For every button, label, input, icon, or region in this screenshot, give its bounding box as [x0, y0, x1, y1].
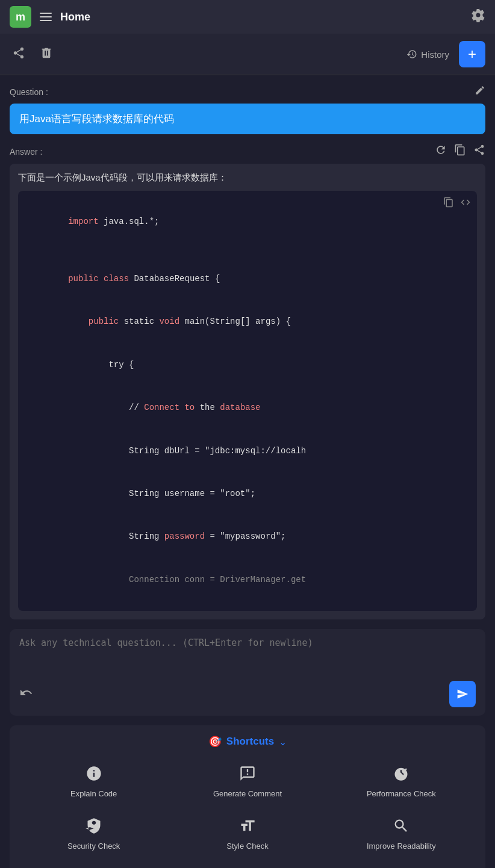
shortcut-performance-check[interactable]: Performance Check: [327, 760, 476, 803]
hamburger-icon[interactable]: [40, 13, 52, 21]
security-check-icon: [86, 817, 102, 838]
shortcut-security-check[interactable]: Security Check: [19, 813, 168, 855]
question-box: 用Java语言写段请求数据库的代码: [10, 104, 485, 134]
send-button[interactable]: [449, 681, 476, 707]
input-area: [10, 629, 485, 716]
history-button[interactable]: History: [406, 49, 449, 60]
answer-actions: [435, 144, 485, 159]
chevron-down-icon: ⌄: [279, 736, 287, 748]
code-line-2: public class DatabaseRequest {: [28, 258, 467, 300]
improve-readability-label: Improve Readability: [367, 842, 436, 851]
security-check-label: Security Check: [67, 842, 120, 851]
performance-check-icon: [393, 765, 409, 786]
shortcuts-section: 🎯 Shortcuts ⌄ Explain Code: [10, 725, 485, 868]
view-code-button[interactable]: [460, 197, 471, 210]
code-line-blank: [28, 243, 467, 258]
regenerate-button[interactable]: [435, 144, 447, 159]
code-block: import java.sql.*; public class Database…: [18, 191, 477, 611]
shortcut-explain-code[interactable]: Explain Code: [19, 760, 168, 803]
shortcut-clean-code[interactable]: Clean Code: [19, 865, 168, 868]
code-line-9: Connection conn = DriverManager.get: [28, 559, 467, 601]
code-line-6: String dbUrl = "jdbc:mysql://localh: [28, 430, 467, 473]
improve-readability-icon: [393, 817, 409, 838]
code-line-1: import java.sql.*;: [28, 200, 467, 243]
main-content: Question : 用Java语言写段请求数据库的代码 Answer :: [0, 75, 495, 868]
answer-label: Answer :: [10, 147, 42, 157]
share-answer-button[interactable]: [473, 144, 485, 159]
shortcuts-header[interactable]: 🎯 Shortcuts ⌄: [19, 735, 476, 748]
answer-box: 下面是一个示例Java代码段，可以用来请求数据库： import java.sq…: [10, 164, 485, 619]
code-line-4: try {: [28, 344, 467, 386]
shortcut-generate-comment[interactable]: Generate Comment: [173, 760, 322, 803]
generate-comment-icon: [239, 765, 256, 786]
explain-code-icon: [86, 765, 102, 786]
style-check-icon: [239, 817, 256, 838]
style-check-label: Style Check: [226, 842, 268, 851]
history-label: History: [421, 49, 449, 60]
toolbar: History +: [0, 34, 495, 75]
input-bottom: [19, 681, 476, 707]
shortcut-improve-readability[interactable]: Improve Readability: [327, 813, 476, 855]
shortcut-style-check[interactable]: Style Check: [173, 813, 322, 855]
copy-code-button[interactable]: [443, 197, 454, 210]
new-chat-button[interactable]: +: [459, 41, 485, 67]
explain-code-label: Explain Code: [70, 789, 117, 798]
answer-section-header: Answer :: [10, 144, 485, 159]
code-line-8: String password = "mypassword";: [28, 516, 467, 559]
shortcuts-grid: Explain Code Generate Comment Performanc…: [19, 760, 476, 868]
generate-comment-label: Generate Comment: [213, 789, 282, 798]
question-input[interactable]: [19, 637, 476, 674]
avatar: m: [10, 6, 31, 28]
shortcuts-icon: 🎯: [208, 735, 222, 748]
page-title: Home: [60, 11, 462, 23]
performance-check-label: Performance Check: [367, 789, 436, 798]
question-text: 用Java语言写段请求数据库的代码: [19, 113, 174, 125]
answer-intro: 下面是一个示例Java代码段，可以用来请求数据库：: [18, 172, 477, 184]
edit-question-button[interactable]: [475, 85, 485, 99]
code-toolbar: [443, 197, 471, 210]
shortcut-generate-unit-tests[interactable]: Generate unit tests: [173, 865, 322, 868]
undo-button[interactable]: [19, 686, 34, 703]
delete-button[interactable]: [37, 44, 55, 65]
code-line-7: String username = "root";: [28, 473, 467, 515]
app-header: m Home: [0, 0, 495, 34]
code-line-5: // Connect to the database: [28, 386, 467, 429]
share-button[interactable]: [10, 44, 28, 65]
code-line-3: public static void main(String[] args) {: [28, 301, 467, 344]
copy-answer-button[interactable]: [454, 144, 466, 159]
shortcuts-title: Shortcuts: [226, 736, 274, 748]
settings-button[interactable]: [471, 8, 485, 26]
question-label: Question :: [10, 87, 48, 97]
question-section-header: Question :: [10, 85, 485, 99]
